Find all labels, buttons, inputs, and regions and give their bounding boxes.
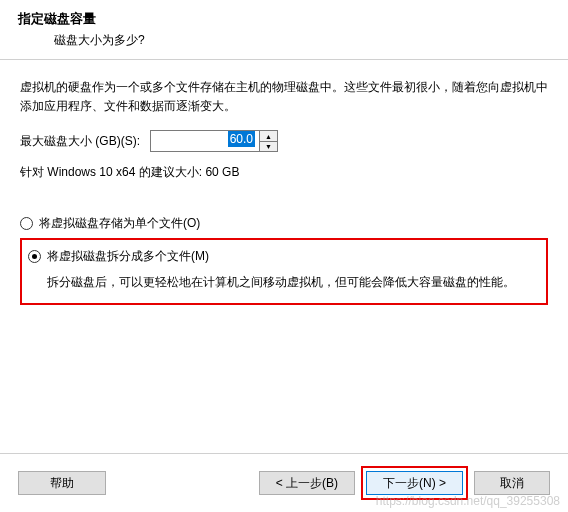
wizard-header: 指定磁盘容量 磁盘大小为多少? (0, 0, 568, 60)
description-text: 虚拟机的硬盘作为一个或多个文件存储在主机的物理磁盘中。这些文件最初很小，随着您向… (20, 78, 548, 116)
back-button[interactable]: < 上一步(B) (259, 471, 355, 495)
spinner-up-button[interactable]: ▲ (260, 131, 277, 142)
cancel-button[interactable]: 取消 (474, 471, 550, 495)
next-button[interactable]: 下一步(N) > (366, 471, 463, 495)
option-split-files[interactable]: 将虚拟磁盘拆分成多个文件(M) (28, 244, 540, 269)
option-split-description: 拆分磁盘后，可以更轻松地在计算机之间移动虚拟机，但可能会降低大容量磁盘的性能。 (28, 269, 540, 292)
radio-icon (28, 250, 41, 263)
option-single-label: 将虚拟磁盘存储为单个文件(O) (39, 215, 200, 232)
page-subtitle: 磁盘大小为多少? (18, 32, 550, 49)
wizard-footer: 帮助 < 上一步(B) 下一步(N) > 取消 (0, 453, 568, 500)
nav-button-group: < 上一步(B) 下一步(N) > 取消 (259, 466, 550, 500)
disk-size-input[interactable]: 60.0 (150, 130, 260, 152)
help-button[interactable]: 帮助 (18, 471, 106, 495)
page-title: 指定磁盘容量 (18, 10, 550, 28)
disk-size-input-wrap: 60.0 ▲ ▼ (150, 130, 278, 152)
radio-icon (20, 217, 33, 230)
option-split-label: 将虚拟磁盘拆分成多个文件(M) (47, 248, 209, 265)
option-split-highlight: 将虚拟磁盘拆分成多个文件(M) 拆分磁盘后，可以更轻松地在计算机之间移动虚拟机，… (20, 238, 548, 304)
option-single-file[interactable]: 将虚拟磁盘存储为单个文件(O) (20, 211, 548, 236)
disk-size-row: 最大磁盘大小 (GB)(S): 60.0 ▲ ▼ (20, 130, 548, 152)
next-button-highlight: 下一步(N) > (361, 466, 468, 500)
disk-size-label: 最大磁盘大小 (GB)(S): (20, 133, 140, 150)
spinner-down-button[interactable]: ▼ (260, 142, 277, 152)
recommendation-text: 针对 Windows 10 x64 的建议大小: 60 GB (20, 164, 548, 181)
wizard-content: 虚拟机的硬盘作为一个或多个文件存储在主机的物理磁盘中。这些文件最初很小，随着您向… (0, 60, 568, 305)
disk-size-spinner: ▲ ▼ (260, 130, 278, 152)
